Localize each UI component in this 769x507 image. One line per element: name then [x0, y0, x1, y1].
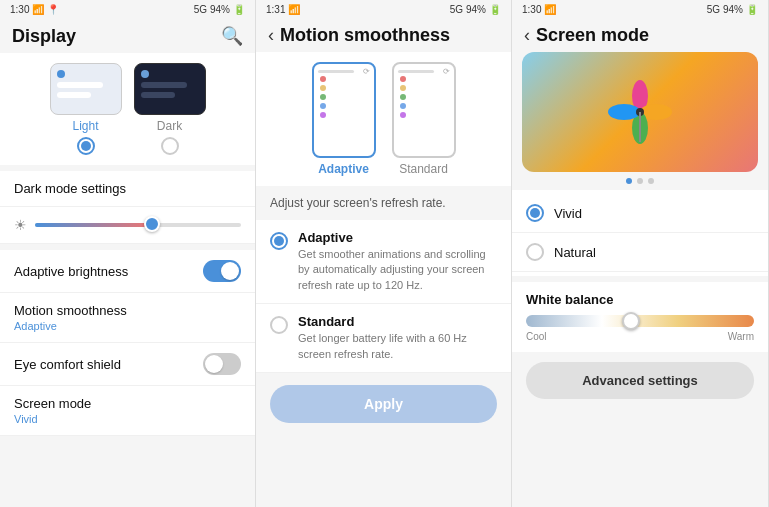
adaptive-mockup-wrap[interactable]: ⟳ Adaptive: [312, 62, 376, 176]
screen-mode-sub: Vivid: [14, 413, 91, 425]
standard-mockup-wrap[interactable]: ⟳ Standard: [392, 62, 456, 176]
adaptive-brightness-label: Adaptive brightness: [14, 264, 128, 279]
battery-2: 94%: [466, 4, 486, 15]
standard-mockup-label: Standard: [399, 162, 448, 176]
dark-mode-item[interactable]: Dark mode settings: [0, 171, 255, 207]
status-bar-2: 1:31 📶 5G 94% 🔋: [256, 0, 511, 19]
wifi-icon: 📶: [32, 4, 44, 15]
adaptive-radio[interactable]: [270, 232, 288, 250]
dot-2: [637, 178, 643, 184]
adaptive-text: Adaptive Get smoother animations and scr…: [298, 230, 497, 293]
ph-dot-6: [400, 76, 406, 82]
ph-dot-8: [400, 94, 406, 100]
screen-mode-label: Screen mode: [14, 396, 91, 411]
ph-line-2: [398, 70, 434, 73]
light-radio[interactable]: [77, 137, 95, 155]
theme-light-option[interactable]: Light: [50, 63, 122, 155]
natural-option[interactable]: Natural: [512, 233, 768, 272]
adaptive-desc: Get smoother animations and scrolling by…: [298, 247, 497, 293]
motion-smoothness-text: Motion smoothness Adaptive: [14, 303, 127, 332]
wb-slider[interactable]: [526, 315, 754, 327]
ph-dot-9: [400, 103, 406, 109]
brightness-slider[interactable]: [35, 223, 241, 227]
vivid-option[interactable]: Vivid: [512, 194, 768, 233]
pinwheel-svg: [600, 72, 680, 152]
back-arrow-2[interactable]: ‹: [268, 25, 274, 46]
svg-rect-5: [639, 112, 641, 142]
search-icon[interactable]: 🔍: [221, 25, 243, 47]
adaptive-mockup-label: Adaptive: [318, 162, 369, 176]
adaptive-radio-inner: [274, 236, 284, 246]
battery-icon-2: 🔋: [489, 4, 501, 15]
wb-thumb[interactable]: [622, 312, 640, 330]
wb-warm-label: Warm: [728, 331, 754, 342]
light-label: Light: [72, 119, 98, 133]
adaptive-brightness-toggle[interactable]: [203, 260, 241, 282]
ph-dot-1: [320, 76, 326, 82]
screen-mode-item[interactable]: Screen mode Vivid: [0, 386, 255, 436]
standard-option[interactable]: Standard Get longer battery life with a …: [256, 304, 511, 373]
brightness-thumb[interactable]: [144, 216, 160, 232]
motion-smoothness-item[interactable]: Motion smoothness Adaptive: [0, 293, 255, 343]
motion-smoothness-sub: Adaptive: [14, 320, 127, 332]
screen-mode-panel: 1:30 📶 5G 94% 🔋 ‹ Screen mode: [512, 0, 769, 507]
sun-icon: ☀: [14, 217, 27, 233]
natural-radio[interactable]: [526, 243, 544, 261]
screen-mode-nav-title: Screen mode: [536, 25, 649, 46]
screen-mode-text: Screen mode Vivid: [14, 396, 91, 425]
eye-comfort-toggle[interactable]: [203, 353, 241, 375]
battery-icon-1: 🔋: [233, 4, 245, 15]
light-line-2: [57, 92, 92, 98]
adaptive-mockup: ⟳: [312, 62, 376, 158]
time-2: 1:31: [266, 4, 285, 15]
battery-3: 94%: [723, 4, 743, 15]
back-arrow-3[interactable]: ‹: [524, 25, 530, 46]
display-panel: 1:30 📶 📍 5G 94% 🔋 Display 🔍 Light: [0, 0, 256, 507]
adaptive-brightness-knob: [221, 262, 239, 280]
adjust-text: Adjust your screen's refresh rate.: [256, 186, 511, 220]
status-right-1: 5G 94% 🔋: [194, 4, 245, 15]
motion-smoothness-label: Motion smoothness: [14, 303, 127, 318]
ph-dot-10: [400, 112, 406, 118]
wb-labels: Cool Warm: [526, 331, 754, 342]
wifi-icon-3: 📶: [544, 4, 556, 15]
adaptive-option[interactable]: Adaptive Get smoother animations and scr…: [256, 220, 511, 304]
screen-mode-options: Vivid Natural: [512, 190, 768, 276]
adaptive-brightness-item[interactable]: Adaptive brightness: [0, 250, 255, 293]
ph-line-1: [318, 70, 354, 73]
status-left-3: 1:30 📶: [522, 4, 556, 15]
brightness-row[interactable]: ☀: [0, 207, 255, 244]
display-nav: Display 🔍: [0, 19, 255, 53]
display-title: Display: [12, 26, 76, 47]
nav-left-3: ‹ Screen mode: [524, 25, 649, 46]
status-bar-3: 1:30 📶 5G 94% 🔋: [512, 0, 768, 19]
standard-mockup: ⟳: [392, 62, 456, 158]
standard-corner: ⟳: [443, 67, 450, 76]
status-right-3: 5G 94% 🔋: [707, 4, 758, 15]
ph-dot-5: [320, 112, 326, 118]
status-left-1: 1:30 📶 📍: [10, 4, 59, 15]
battery-1: 94%: [210, 4, 230, 15]
vivid-radio[interactable]: [526, 204, 544, 222]
white-balance-section: White balance Cool Warm: [512, 282, 768, 352]
standard-desc: Get longer battery life with a 60 Hz scr…: [298, 331, 497, 362]
network-2: 5G: [450, 4, 463, 15]
theme-selector: Light Dark: [0, 53, 255, 165]
standard-radio[interactable]: [270, 316, 288, 334]
natural-label: Natural: [554, 245, 596, 260]
ph-dot-7: [400, 85, 406, 91]
network-3: 5G: [707, 4, 720, 15]
dark-mode-label: Dark mode settings: [14, 181, 126, 196]
wb-title: White balance: [526, 292, 754, 307]
dark-radio[interactable]: [161, 137, 179, 155]
ph-dots-1: [320, 76, 370, 118]
dark-dot-1: [141, 70, 149, 78]
eye-comfort-item[interactable]: Eye comfort shield: [0, 343, 255, 386]
apply-button[interactable]: Apply: [270, 385, 497, 423]
time-1: 1:30: [10, 4, 29, 15]
theme-dark-option[interactable]: Dark: [134, 63, 206, 155]
ph-dots-2: [400, 76, 450, 118]
adaptive-corner: ⟳: [363, 67, 370, 76]
dark-label: Dark: [157, 119, 182, 133]
advanced-settings-button[interactable]: Advanced settings: [526, 362, 754, 399]
